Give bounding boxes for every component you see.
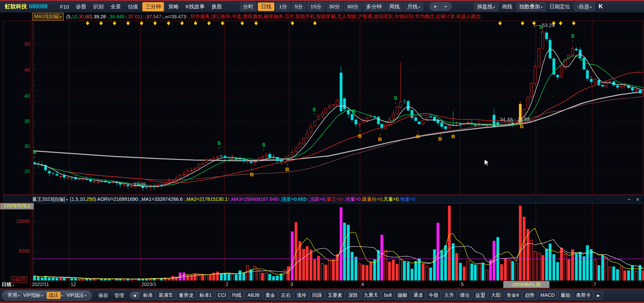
strategy-button-22[interactable]: 资金8 bbox=[504, 291, 521, 300]
vol-value-6: ↑ bbox=[183, 196, 185, 202]
low-price-label: 22.09 bbox=[134, 181, 146, 187]
strategy-button-12[interactable]: 深跌 bbox=[346, 291, 360, 300]
strategy-button-1[interactable]: 装满车 bbox=[156, 291, 175, 300]
top-right-item-2[interactable]: 指数叠加▾ bbox=[516, 2, 546, 11]
menu-item-4[interactable]: 估值 bbox=[125, 2, 141, 11]
strategy-button-4[interactable]: CCI bbox=[215, 291, 228, 299]
date-tick-6 bbox=[460, 280, 460, 288]
minimize-icon[interactable]: − bbox=[627, 196, 631, 202]
corner-k-label[interactable]: K bbox=[599, 3, 603, 10]
ma-value-7: ↑ bbox=[125, 14, 127, 19]
date-label-2: 2023/1 bbox=[142, 282, 156, 287]
period-tab-3[interactable]: 5分 bbox=[292, 2, 306, 11]
strategy-button-21[interactable]: 大阳 bbox=[489, 291, 503, 300]
top-right-item-1[interactable]: 画线 bbox=[500, 3, 515, 11]
period-tab-2[interactable]: 1分 bbox=[276, 2, 290, 11]
menu-item-0[interactable]: F10 bbox=[57, 3, 72, 11]
strategy-button-8[interactable]: 左右 bbox=[279, 291, 293, 300]
strategy-button-14[interactable]: boll bbox=[382, 291, 394, 299]
period-tab-5[interactable]: 30分 bbox=[326, 2, 343, 11]
volume-indicator-selector[interactable]: 量王2023[自编]▾ bbox=[32, 196, 68, 203]
strategy-button-24[interactable]: MACD bbox=[538, 291, 557, 299]
strategy-button-15[interactable]: 蹦极 bbox=[395, 291, 410, 300]
scroll-right-button[interactable]: ▶ bbox=[594, 292, 602, 300]
strategy-button-7[interactable]: 黄金 bbox=[263, 291, 278, 300]
vol-value-11: ,强度=0.665 bbox=[280, 196, 306, 202]
vol-value-9: ,MA3=250406187.648 bbox=[230, 196, 278, 202]
chevron-down-icon: ▾ bbox=[18, 294, 20, 297]
ma-indicator-header: MA10[自编]▾ (5,10,30,60) 39.28↑,36.846↑,37… bbox=[32, 13, 482, 20]
toolbar-dropdown-label-2: 战法 bbox=[47, 292, 61, 299]
period-tab-1[interactable]: 日线 bbox=[258, 2, 274, 11]
stock-name[interactable]: 虹软科技 bbox=[5, 3, 27, 10]
menu-item-2[interactable]: 识别 bbox=[90, 2, 106, 11]
period-tab-6[interactable]: 60分 bbox=[344, 2, 362, 11]
strategy-button-26[interactable]: 奥斯卡 bbox=[574, 291, 593, 300]
ma-value-14: , bbox=[189, 14, 190, 19]
top-right-item-0[interactable]: 操盘线▾ bbox=[474, 2, 498, 11]
top-right-item-3[interactable]: 日期定位 bbox=[547, 3, 572, 11]
vol-value-7: ,MA2=217815130.1 bbox=[185, 196, 228, 202]
menu-item-1[interactable]: 诊股 bbox=[73, 2, 89, 11]
chevron-down-icon: ▾ bbox=[493, 5, 495, 9]
chevron-down-icon: ▾ bbox=[590, 5, 592, 9]
toolbar-plain-button-0[interactable]: 保存 bbox=[95, 292, 111, 299]
date-tick-5 bbox=[360, 280, 360, 288]
zoom-controls: + − bbox=[429, 2, 452, 11]
date-label-3: 2 bbox=[226, 282, 228, 287]
zoom-in-button[interactable]: + bbox=[430, 3, 441, 10]
toolbar-plain-button-1[interactable]: 管理 bbox=[111, 292, 127, 299]
toolbar-dropdown-0[interactable]: 常用▾ bbox=[6, 292, 21, 299]
ma-value-3: 60) bbox=[85, 14, 92, 19]
menu-item-7[interactable]: K线故事 bbox=[183, 2, 207, 11]
ma-indicator-name: MA10[自编] bbox=[34, 14, 59, 19]
vol-value-13: ,活跃=0 bbox=[309, 196, 325, 202]
close-icon[interactable]: × bbox=[636, 196, 639, 202]
period-tab-0[interactable]: 分时 bbox=[240, 2, 256, 11]
strategy-button-9[interactable]: 涨停 bbox=[294, 291, 309, 300]
price-axis-label-2: 40 bbox=[1, 93, 30, 99]
period-tab-8[interactable]: 周线 bbox=[386, 2, 403, 11]
toolbar-dropdown-1[interactable]: VIP指标▾ bbox=[21, 292, 45, 299]
volume-indicator-header: 量王2023[自编]▾ (1,5,10,250) AORV=216991690↓… bbox=[3, 195, 643, 204]
strategy-button-10[interactable]: 回踩 bbox=[310, 291, 324, 300]
strategy-button-3[interactable]: 标准1 bbox=[197, 291, 214, 300]
strategy-button-16[interactable]: 通道 bbox=[411, 291, 425, 300]
strategy-button-20[interactable]: 益盟 bbox=[473, 291, 488, 300]
period-text: 日线 bbox=[2, 282, 11, 287]
period-tab-9[interactable]: 月线▾ bbox=[404, 2, 423, 11]
menu-item-3[interactable]: 全景 bbox=[108, 2, 124, 11]
toolbar-dropdown-3[interactable]: VIP战法▾ bbox=[65, 292, 88, 299]
strategy-button-17[interactable]: 牛股 bbox=[426, 291, 441, 300]
toolbar-dropdown-2[interactable]: 战法▾ bbox=[45, 292, 65, 299]
period-tab-7[interactable]: 多分钟 bbox=[363, 2, 385, 11]
ma-value-5: ↑ bbox=[106, 14, 108, 19]
strategy-button-5[interactable]: 均线 bbox=[229, 291, 244, 300]
top-right-item-4[interactable]: -自选▾ bbox=[574, 2, 595, 11]
ma-value-11: ↓ bbox=[161, 14, 164, 19]
vol-value-2: ) bbox=[94, 196, 97, 202]
strategy-button-0[interactable]: 标准 bbox=[140, 291, 155, 300]
stock-code[interactable]: 688088 bbox=[29, 3, 47, 10]
toolbar-dropdown-label-3: VIP战法 bbox=[66, 292, 84, 298]
strategy-button-19[interactable]: 缠论 bbox=[457, 291, 472, 300]
strategy-button-25[interactable]: 量能 bbox=[558, 291, 573, 300]
strategy-button-18[interactable]: 主升 bbox=[442, 291, 456, 300]
zoom-out-button[interactable]: − bbox=[441, 3, 451, 10]
concept-tags: 软件服务,浙江板块,中盘,股权激励,融资融券,芯片,智能手机,智能穿戴,无人驾驶… bbox=[191, 14, 482, 20]
scroll-left-button[interactable]: ◀ bbox=[130, 292, 139, 299]
menu-item-6[interactable]: 策略 bbox=[165, 2, 181, 11]
panel-window-controls: − × bbox=[627, 196, 643, 202]
strategy-button-2[interactable]: 蓄势龙 bbox=[176, 291, 196, 300]
period-tab-4[interactable]: 15分 bbox=[307, 2, 325, 11]
price-volume-chart-canvas[interactable] bbox=[0, 12, 644, 288]
vol-value-18: ,天量=0 bbox=[382, 196, 399, 202]
strategy-button-13[interactable]: 九重天 bbox=[361, 291, 381, 300]
strategy-button-6[interactable]: ABJB bbox=[245, 291, 262, 299]
ma-indicator-selector[interactable]: MA10[自编]▾ bbox=[32, 13, 64, 20]
chevron-down-icon: ▾ bbox=[66, 198, 68, 202]
menu-item-5[interactable]: 三分钟 bbox=[142, 2, 164, 11]
strategy-button-11[interactable]: 五要素 bbox=[325, 291, 345, 300]
menu-item-8[interactable]: 换股 bbox=[209, 2, 225, 11]
strategy-button-23[interactable]: 趋势 bbox=[523, 291, 537, 300]
